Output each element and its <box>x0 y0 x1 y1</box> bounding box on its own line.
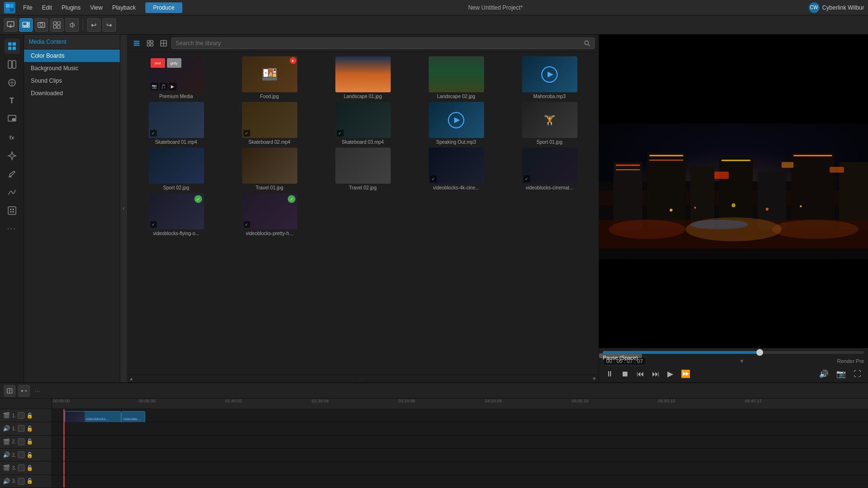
view-list-button[interactable] <box>131 38 142 49</box>
stop-button[interactable]: ⏹ <box>618 368 632 379</box>
track-lock-icon[interactable]: 🔓 <box>26 425 33 432</box>
media-item-vbpretty[interactable]: ✓ ✓ videoblocks-pretty-h... <box>224 193 315 236</box>
sidebar-item-more[interactable]: ··· <box>4 221 20 237</box>
media-item-skateboard03[interactable]: ✓ Skateboard 03.mp4 <box>318 102 408 145</box>
media-item-premium[interactable]: shut getty 📷 🎵 ▶ Premium Media <box>131 56 221 99</box>
volume-button[interactable]: 🔊 <box>816 368 831 379</box>
svg-rect-19 <box>8 42 12 46</box>
media-label: Travel 01.jpg <box>255 185 283 190</box>
redo-button[interactable]: ↪ <box>102 18 116 32</box>
media-room-button[interactable] <box>19 18 33 32</box>
sidebar-item-transitions[interactable] <box>4 57 20 72</box>
svg-rect-15 <box>53 22 56 25</box>
fullscreen-button[interactable]: ⛶ <box>851 368 864 379</box>
sidebar-item-curve[interactable] <box>4 185 20 200</box>
track-visibility-check[interactable] <box>18 478 25 485</box>
menu-view[interactable]: View <box>86 2 106 13</box>
audio-button[interactable] <box>65 18 79 32</box>
track-content-3v[interactable] <box>52 462 868 474</box>
svg-rect-64 <box>793 155 832 156</box>
preview-progress-bar[interactable] <box>603 351 864 354</box>
import-button[interactable] <box>4 18 17 32</box>
track-content-1a[interactable] <box>52 422 868 435</box>
sidebar-item-pip[interactable] <box>4 112 20 127</box>
svg-rect-77 <box>830 167 844 173</box>
media-item-mahoroba[interactable]: Mahoroba.mp3 <box>504 56 595 99</box>
track-lock-icon[interactable]: 🔓 <box>26 438 33 445</box>
svg-rect-37 <box>147 40 150 43</box>
view-grid-small-button[interactable] <box>144 38 156 49</box>
track-content-2a[interactable] <box>52 449 868 461</box>
undo-button[interactable]: ↩ <box>87 18 101 32</box>
track-lock-icon[interactable]: 🔓 <box>26 465 33 471</box>
sidebar-item-fx[interactable]: fx <box>4 130 20 145</box>
main-area: T fx <box>0 35 868 382</box>
sidebar-item-media[interactable] <box>4 38 20 54</box>
track-visibility-check[interactable] <box>18 412 25 419</box>
media-item-travel02[interactable]: Travel 02.jpg <box>318 148 408 190</box>
fast-forward-button[interactable]: ⏩ <box>678 368 693 379</box>
media-label: videoblocks-flying-o... <box>153 231 199 236</box>
tl-zoom-button[interactable] <box>18 385 30 397</box>
menu-file[interactable]: File <box>19 2 36 13</box>
media-item-sport01[interactable]: 🏋 Sport 01.jpg <box>504 102 595 145</box>
search-box <box>171 38 595 49</box>
next-frame-button[interactable]: ⏭ <box>649 368 663 379</box>
prev-frame-button[interactable]: ⏮ <box>634 368 647 379</box>
track-lock-icon[interactable]: 🔓 <box>26 413 33 419</box>
sidebar-item-pen[interactable] <box>4 166 20 182</box>
track-visibility-check[interactable] <box>18 464 25 471</box>
media-item-vbflying[interactable]: ✓ ✓ videoblocks-flying-o... <box>131 193 221 236</box>
svg-rect-32 <box>10 211 12 213</box>
media-item-vb4k[interactable]: ✓ videoblocks-4k-cine... <box>411 148 501 190</box>
media-item-vbcinat[interactable]: ✓ videoblocks-cinemat... <box>504 148 595 190</box>
media-item-landscape02[interactable]: Landscape 02.jpg <box>411 56 501 99</box>
produce-button[interactable]: Produce <box>145 2 182 13</box>
play-button[interactable]: ▶ <box>664 368 676 379</box>
scroll-down-button[interactable]: ▼ <box>592 376 597 381</box>
media-panel-item-sound-clips[interactable]: Sound Clips <box>24 75 120 87</box>
media-item-landscape01[interactable]: Landscape 01.jpg <box>318 56 408 99</box>
sidebar-item-effects[interactable] <box>4 75 20 90</box>
video-track-icon: 🎬 <box>3 412 10 419</box>
media-item-skateboard02[interactable]: ✓ Skateboard 02.mp4 <box>224 102 315 145</box>
snapshot-button[interactable]: 📷 <box>833 368 849 379</box>
tl-split-button[interactable] <box>4 385 15 397</box>
media-item-sport02[interactable]: Sport 02.jpg <box>131 148 221 190</box>
track-visibility-check[interactable] <box>18 425 25 432</box>
media-panel-item-color-boards[interactable]: Color Boards <box>24 50 120 62</box>
media-panel-item-background-music[interactable]: Background Music <box>24 62 120 75</box>
track-content-3a[interactable] <box>52 475 868 488</box>
view-grid-large-button[interactable] <box>158 38 169 49</box>
track-content-2v[interactable] <box>52 436 868 448</box>
pause-button[interactable]: ⏸ <box>603 368 616 379</box>
track-visibility-check[interactable] <box>18 451 25 458</box>
sidebar-item-title[interactable]: T <box>4 93 20 109</box>
media-item-skateboard01[interactable]: ✓ Skateboard 01.mp4 <box>131 102 221 145</box>
track-lock-icon[interactable]: 🔓 <box>26 478 33 484</box>
sidebar-item-ai[interactable] <box>4 148 20 163</box>
svg-rect-11 <box>27 26 29 27</box>
media-label: Mahoroba.mp3 <box>533 94 565 99</box>
timeline-dots: ··· <box>33 387 42 395</box>
svg-rect-20 <box>13 42 16 46</box>
track-content-1v[interactable]: videoblocks-flying-o videoblo... <box>52 409 868 422</box>
gallery-button[interactable] <box>50 18 64 32</box>
media-item-travel01[interactable]: Travel 01.jpg <box>224 148 315 190</box>
menu-plugins[interactable]: Plugins <box>58 2 84 13</box>
media-panel-item-downloaded[interactable]: Downloaded <box>24 87 120 100</box>
svg-point-70 <box>694 207 696 209</box>
search-input[interactable] <box>176 40 581 47</box>
track-num: 2. <box>12 439 16 444</box>
check-overlay: ✓ <box>288 195 295 203</box>
panel-collapse-button[interactable]: ‹ <box>120 35 127 382</box>
media-item-food[interactable]: 🍱 ● Food.jpg <box>224 56 315 99</box>
media-item-speaking-out[interactable]: Speaking Out.mp3 <box>411 102 501 145</box>
menu-playback[interactable]: Playback <box>108 2 140 13</box>
sidebar-item-plugin[interactable] <box>4 203 20 218</box>
menu-edit[interactable]: Edit <box>38 2 56 13</box>
capture-button[interactable] <box>35 18 48 32</box>
scroll-up-button[interactable]: ▲ <box>129 376 134 381</box>
track-lock-icon[interactable]: 🔓 <box>26 452 33 458</box>
track-visibility-check[interactable] <box>18 438 25 445</box>
